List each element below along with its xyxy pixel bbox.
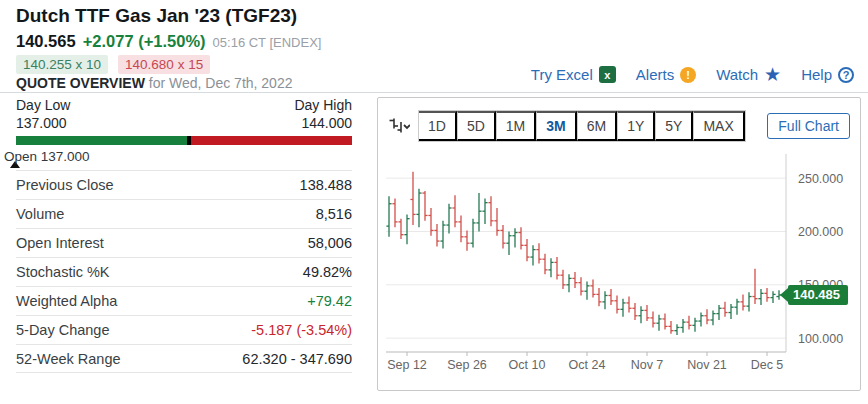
table-row: Previous Close 138.488 [16,170,352,199]
price-change: +2.077 (+1.50%) [83,32,206,51]
day-range-bar-low-segment [16,136,187,145]
stat-value: 49.82% [303,264,352,280]
full-chart-button[interactable]: Full Chart [767,113,850,139]
last-price-tag: 140.485 [780,285,848,305]
svg-text:250.000: 250.000 [798,172,843,186]
range-button-max[interactable]: MAX [693,111,744,141]
overview-date: for Wed, Dec 7th, 2022 [149,75,293,91]
stat-value: -5.187 (-3.54%) [251,322,352,338]
table-row: Stochastic %K 49.82% [16,257,352,286]
chart-panel: 100.000150.000200.000250.000Sep 12Sep 26… [377,97,861,391]
page-title: Dutch TTF Gas Jan '23 (TGF23) [16,5,297,27]
chart-type-selector[interactable] [388,117,410,135]
excel-icon: x [599,66,616,83]
range-button-6m[interactable]: 6M [577,111,617,141]
svg-text:Oct 24: Oct 24 [569,358,606,372]
day-high-label: Day High [294,97,352,113]
watch-link[interactable]: Watch ★ [716,66,781,83]
table-row: Open Interest 58,006 [16,228,352,257]
try-excel-link[interactable]: Try Excel x [531,66,616,83]
question-mark-icon: ? [838,67,854,83]
stat-value: 58,006 [308,235,352,251]
quote-overview-page: Dutch TTF Gas Jan '23 (TGF23) 140.565 +2… [0,0,868,404]
range-button-1m[interactable]: 1M [496,111,536,141]
range-button-group: 1D 5D 1M 3M 6M 1Y 5Y MAX [418,110,746,142]
day-high-value: 144.000 [301,115,352,131]
svg-text:Sep 26: Sep 26 [447,358,487,372]
stat-label: Weighted Alpha [16,293,117,309]
stat-label: Volume [16,206,64,222]
help-label: Help [801,66,832,83]
table-row: Volume 8,516 [16,199,352,228]
table-row: 5-Day Change -5.187 (-3.54%) [16,315,352,344]
ohlc-bars-icon [388,117,410,135]
day-range-panel: Day Low Day High 137.000 144.000 [16,97,352,145]
help-link[interactable]: Help ? [801,66,854,83]
day-low-value: 137.000 [16,115,67,131]
stat-value: 138.488 [300,177,352,193]
alerts-label: Alerts [636,66,674,83]
range-button-3m[interactable]: 3M [536,111,576,141]
stat-value: 62.320 - 347.690 [242,351,352,367]
alerts-link[interactable]: Alerts ! [636,66,696,83]
price-tag-arrow-icon [780,288,788,302]
range-button-5d[interactable]: 5D [457,111,496,141]
header-links: Try Excel x Alerts ! Watch ★ Help ? [531,66,854,83]
overview-heading: QUOTE OVERVIEW for Wed, Dec 7th, 2022 [16,75,292,91]
svg-text:Dec 5: Dec 5 [751,358,784,372]
range-button-1d[interactable]: 1D [419,111,457,141]
svg-text:200.000: 200.000 [798,225,843,239]
day-range-bar-high-segment [191,136,352,145]
svg-text:Sep 12: Sep 12 [387,358,427,372]
stats-table: Previous Close 138.488 Volume 8,516 Open… [16,170,352,373]
stat-label: Stochastic %K [16,264,110,280]
last-price: 140.565 [16,32,76,51]
watch-label: Watch [716,66,758,83]
try-excel-label: Try Excel [531,66,593,83]
range-button-1y[interactable]: 1Y [617,111,655,141]
table-row: 52-Week Range 62.320 - 347.690 [16,344,352,373]
stat-label: 52-Week Range [16,351,121,367]
chart-toolbar: 1D 5D 1M 3M 6M 1Y 5Y MAX Full Chart [388,110,850,142]
bid-quote: 140.255 x 10 [16,55,108,74]
price-row: 140.565 +2.077 (+1.50%) 05:16 CT [ENDEX] [16,32,321,51]
alert-bell-icon: ! [680,67,696,83]
price-tag-value: 140.485 [788,285,848,305]
svg-text:Nov 21: Nov 21 [687,358,727,372]
table-row: Weighted Alpha +79.42 [16,286,352,315]
svg-text:100.000: 100.000 [798,332,843,346]
day-range-bar [16,136,352,145]
stat-label: 5-Day Change [16,322,110,338]
chevron-down-icon [404,125,410,128]
open-price-label: Open 137.000 [4,149,90,164]
star-icon: ★ [764,67,781,83]
stat-value: +79.42 [307,293,352,309]
ask-quote: 140.680 x 15 [118,55,210,74]
session-info: 05:16 CT [ENDEX] [213,35,322,50]
bid-ask-row: 140.255 x 10 140.680 x 15 [16,55,210,74]
header-divider [0,92,868,93]
stat-label: Open Interest [16,235,104,251]
svg-text:Nov 7: Nov 7 [631,358,664,372]
overview-label: QUOTE OVERVIEW [16,75,145,91]
svg-text:Oct 10: Oct 10 [509,358,546,372]
stat-value: 8,516 [316,206,352,222]
day-low-label: Day Low [16,97,70,113]
range-button-5y[interactable]: 5Y [655,111,693,141]
stat-label: Previous Close [16,177,114,193]
